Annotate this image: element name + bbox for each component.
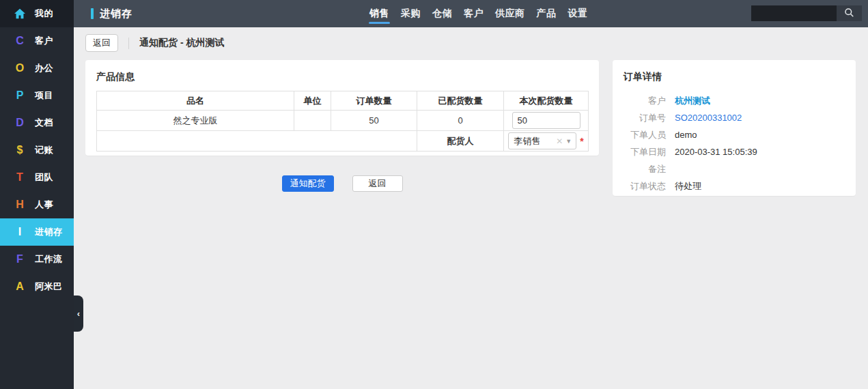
deliverer-select-value: 李销售 (514, 135, 556, 147)
sidebar-item-label: 我的 (35, 8, 53, 20)
product-table-footer-row: 配货人 李销售 ✕ ▼ * (97, 131, 589, 152)
sidebar-item-label: 人事 (35, 199, 53, 211)
sidebar-item-office[interactable]: O 办公 (0, 55, 74, 82)
global-search-input[interactable] (751, 5, 837, 21)
detail-label: 订单号 (624, 112, 666, 124)
detail-value: 2020-03-31 15:05:39 (675, 147, 757, 157)
column-header-order-qty: 订单数量 (331, 91, 417, 111)
order-details-title: 订单详情 (624, 71, 845, 83)
cell-delivered-qty: 0 (417, 111, 504, 131)
cell-product-name: 然之专业版 (97, 111, 294, 131)
cell-order-qty: 50 (331, 111, 417, 131)
tab-product[interactable]: 产品 (537, 0, 557, 28)
sidebar-item-flow[interactable]: F 工作流 (0, 246, 74, 273)
main-content: 返回 通知配货 - 杭州测试 产品信息 品名 单位 订单数量 已配货数量 本次配… (74, 27, 868, 389)
breadcrumb-divider (128, 38, 129, 49)
detail-row-orderer: 下单人员 demo (624, 126, 845, 143)
sidebar-item-ameba[interactable]: A 阿米巴 (0, 273, 74, 300)
deliverer-label: 配货人 (417, 131, 504, 152)
sidebar-item-cash[interactable]: $ 记账 (0, 136, 74, 164)
detail-label: 客户 (624, 95, 666, 107)
back-button[interactable]: 返回 (352, 175, 403, 192)
customer-link[interactable]: 杭州测试 (675, 95, 710, 107)
page-title: 通知配货 - 杭州测试 (139, 37, 224, 49)
cell-deliver-qty (504, 111, 589, 131)
search-icon (844, 8, 854, 20)
detail-label: 备注 (624, 163, 666, 175)
deliverer-select[interactable]: 李销售 ✕ ▼ (508, 132, 576, 149)
sidebar-item-label: 阿米巴 (35, 280, 63, 293)
detail-label: 下单人员 (624, 129, 666, 141)
breadcrumb-back-button[interactable]: 返回 (85, 34, 118, 52)
letter-t-icon: T (12, 171, 27, 184)
deliver-qty-input[interactable] (512, 112, 580, 129)
module-title: 进销存 (91, 0, 132, 27)
sidebar-item-label: 项目 (35, 89, 53, 102)
sidebar: 我的 C 客户 O 办公 P 项目 D 文档 $ 记账 T 团队 H 人事 (0, 0, 74, 389)
footer-empty-cell (97, 131, 417, 152)
form-actions: 通知配货 返回 (85, 175, 599, 192)
detail-value: demo (675, 130, 697, 140)
detail-row-status: 订单状态 待处理 (624, 177, 845, 194)
letter-i-icon: I (12, 226, 27, 238)
breadcrumb: 返回 通知配货 - 杭州测试 (85, 34, 224, 52)
tab-warehouse[interactable]: 仓储 (432, 0, 452, 28)
detail-row-order-no: 订单号 SO20200331002 (624, 109, 845, 126)
order-status-value: 待处理 (675, 180, 701, 192)
product-info-title: 产品信息 (96, 71, 588, 83)
product-table-header-row: 品名 单位 订单数量 已配货数量 本次配货数量 (97, 91, 589, 111)
sidebar-item-customer[interactable]: C 客户 (0, 27, 74, 55)
home-icon (12, 8, 27, 19)
detail-row-remark: 备注 (624, 160, 845, 177)
tab-sales[interactable]: 销售 (369, 0, 389, 28)
order-details-card: 订单详情 客户 杭州测试 订单号 SO20200331002 下单人员 demo… (613, 60, 856, 196)
column-header-delivered-qty: 已配货数量 (417, 91, 504, 111)
letter-f-icon: F (12, 253, 27, 265)
sidebar-item-label: 记账 (35, 144, 53, 156)
column-header-unit: 单位 (294, 91, 331, 111)
global-search (751, 5, 862, 21)
sidebar-collapse-toggle[interactable]: ‹ (74, 296, 83, 332)
column-header-name: 品名 (97, 91, 294, 111)
chevron-left-icon: ‹ (77, 308, 80, 319)
product-table-row: 然之专业版 50 0 (97, 111, 589, 131)
sidebar-item-label: 办公 (35, 62, 53, 74)
cell-unit (294, 111, 331, 131)
sidebar-item-mine[interactable]: 我的 (0, 0, 74, 27)
tab-customer[interactable]: 客户 (464, 0, 484, 28)
topbar: 进销存 销售 采购 仓储 客户 供应商 产品 设置 (74, 0, 868, 27)
sidebar-item-doc[interactable]: D 文档 (0, 109, 74, 136)
letter-d-icon: D (12, 117, 27, 129)
sidebar-item-label: 文档 (35, 117, 53, 129)
letter-a-icon: A (12, 280, 27, 293)
product-table: 品名 单位 订单数量 已配货数量 本次配货数量 然之专业版 50 0 配货人 (96, 91, 589, 152)
product-info-card: 产品信息 品名 单位 订单数量 已配货数量 本次配货数量 然之专业版 50 0 (85, 60, 599, 156)
sidebar-item-team[interactable]: T 团队 (0, 164, 74, 191)
module-accent-bar (91, 8, 94, 19)
sidebar-item-label: 进销存 (35, 226, 63, 238)
detail-row-order-date: 下单日期 2020-03-31 15:05:39 (624, 143, 845, 160)
tab-supplier[interactable]: 供应商 (495, 0, 525, 28)
top-navigation: 销售 采购 仓储 客户 供应商 产品 设置 (369, 0, 588, 27)
required-asterisk: * (580, 136, 583, 147)
search-button[interactable] (837, 5, 862, 21)
notify-delivery-button[interactable]: 通知配货 (282, 175, 334, 192)
module-title-text: 进销存 (100, 8, 132, 20)
sidebar-item-hr[interactable]: H 人事 (0, 191, 74, 218)
letter-h-icon: H (12, 199, 27, 211)
chevron-down-icon: ▼ (565, 138, 572, 145)
column-header-deliver-qty: 本次配货数量 (504, 91, 589, 111)
order-number-link[interactable]: SO20200331002 (675, 113, 742, 123)
letter-c-icon: C (12, 35, 27, 47)
sidebar-item-label: 团队 (35, 171, 53, 184)
detail-label: 下单日期 (624, 146, 666, 158)
tab-purchase[interactable]: 采购 (401, 0, 421, 28)
sidebar-item-label: 工作流 (35, 253, 63, 265)
clear-icon[interactable]: ✕ (556, 136, 563, 146)
sidebar-item-project[interactable]: P 项目 (0, 82, 74, 109)
tab-settings[interactable]: 设置 (568, 0, 588, 28)
deliverer-cell: 李销售 ✕ ▼ * (504, 131, 589, 152)
dollar-icon: $ (12, 144, 27, 156)
sidebar-item-inventory[interactable]: I 进销存 (0, 218, 74, 246)
letter-p-icon: P (12, 89, 27, 102)
